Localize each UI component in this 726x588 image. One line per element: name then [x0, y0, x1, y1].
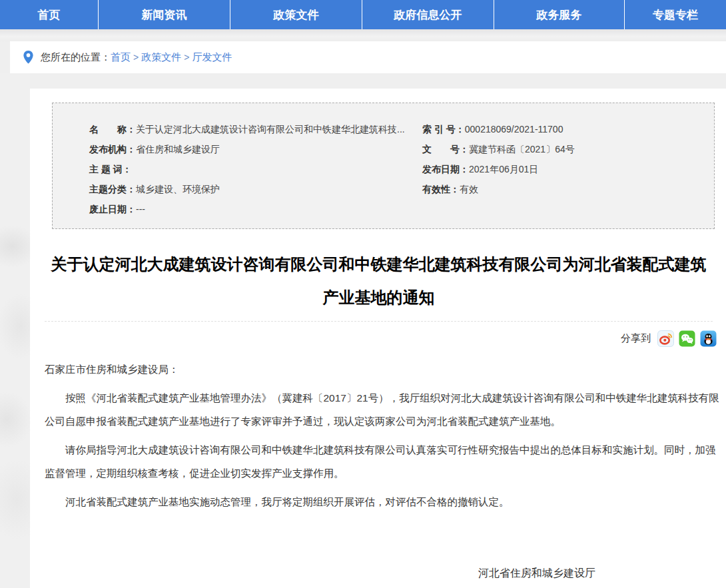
meta-row-publish-date: 发布日期：2021年06月01日	[422, 159, 714, 179]
wechat-icon[interactable]	[679, 330, 695, 347]
breadcrumb-separator: >	[133, 52, 139, 63]
breadcrumb-link-home[interactable]: 首页	[111, 51, 131, 64]
qq-icon[interactable]	[700, 330, 717, 347]
meta-row-keywords: 主 题 词：	[89, 159, 422, 179]
paragraph-2: 请你局指导河北大成建筑设计咨询有限公司和中铁建华北建筑科技有限公司认真落实可行性…	[45, 438, 722, 485]
salutation: 石家庄市住房和城乡建设局：	[45, 358, 722, 381]
document-card: 名 称：关于认定河北大成建筑设计咨询有限公司和中铁建华北建筑科技... 发布机构…	[30, 89, 726, 588]
paragraph-3: 河北省装配式建筑产业基地实施动态管理，我厅将定期组织开展评估，对评估不合格的撤销…	[45, 490, 722, 513]
meta-row-issuer: 发布机构：省住房和城乡建设厅	[89, 139, 422, 159]
meta-value: 省住房和城乡建设厅	[136, 144, 220, 154]
meta-column-left: 名 称：关于认定河北大成建筑设计咨询有限公司和中铁建华北建筑科技... 发布机构…	[53, 119, 422, 219]
share-bar: 分享到	[30, 330, 717, 347]
meta-column-right: 索 引 号：000218069/2021-11700 文 号：冀建节科函〔202…	[422, 119, 714, 219]
background-watermark	[0, 73, 30, 588]
meta-label: 索 引 号：	[422, 124, 465, 135]
signature-agency: 河北省住房和城乡建设厅	[478, 567, 595, 580]
page-title: 关于认定河北大成建筑设计咨询有限公司和中铁建华北建筑科技有限公司为河北省装配式建…	[45, 248, 713, 322]
nav-item-news[interactable]: 新闻资讯	[99, 0, 230, 29]
share-label: 分享到	[621, 332, 651, 345]
nav-item-gov-info[interactable]: 政府信息公开	[362, 0, 494, 29]
meta-label: 发布日期：	[422, 164, 469, 174]
nav-bottom-strip	[0, 29, 726, 41]
document-meta-box: 名 称：关于认定河北大成建筑设计咨询有限公司和中铁建华北建筑科技... 发布机构…	[52, 103, 715, 229]
meta-row-category: 主题分类：城乡建设、环境保护	[89, 179, 422, 199]
meta-value: 有效	[460, 184, 478, 194]
meta-label: 主 题 词：	[89, 164, 132, 174]
meta-value: 关于认定河北大成建筑设计咨询有限公司和中铁建华北建筑科技...	[136, 124, 405, 135]
meta-value: 冀建节科函〔2021〕64号	[469, 144, 575, 154]
breadcrumb-label: 您所在的位置：	[41, 51, 111, 64]
document-body: 石家庄市住房和城乡建设局： 按照《河北省装配式建筑产业基地管理办法》（冀建科〔2…	[45, 358, 722, 588]
meta-label: 文 号：	[422, 144, 469, 154]
breadcrumb-link-dept-docs[interactable]: 厅发文件	[192, 51, 232, 64]
breadcrumb: 您所在的位置： 首页 > 政策文件 > 厅发文件	[10, 41, 726, 73]
meta-value: 城乡建设、环境保护	[136, 184, 220, 194]
meta-label: 废止日期：	[89, 204, 136, 214]
nav-item-policy[interactable]: 政策文件	[230, 0, 362, 29]
breadcrumb-link-policy[interactable]: 政策文件	[141, 51, 181, 64]
weibo-icon[interactable]	[657, 330, 674, 347]
meta-value: 2021年06月01日	[469, 164, 538, 174]
top-nav: 首页 新闻资讯 政策文件 政府信息公开 政务服务 专题专栏	[0, 0, 726, 29]
meta-label: 名 称：	[89, 124, 136, 135]
meta-row-doc-number: 文 号：冀建节科函〔2021〕64号	[422, 139, 714, 159]
meta-value: 000218069/2021-11700	[465, 124, 563, 135]
meta-row-validity: 有效性：有效	[422, 179, 714, 199]
location-pin-icon	[23, 50, 34, 65]
meta-label: 发布机构：	[89, 144, 136, 154]
paragraph-1: 按照《河北省装配式建筑产业基地管理办法》（冀建科〔2017〕21号），我厅组织对…	[45, 386, 722, 433]
meta-label: 主题分类：	[89, 184, 136, 194]
nav-item-home[interactable]: 首页	[0, 0, 99, 29]
meta-value: ---	[136, 204, 145, 214]
meta-row-name: 名 称：关于认定河北大成建筑设计咨询有限公司和中铁建华北建筑科技...	[89, 119, 422, 139]
breadcrumb-separator: >	[184, 52, 189, 63]
signature-block: 河北省住房和城乡建设厅 2021年6月1日	[478, 567, 595, 588]
nav-item-special[interactable]: 专题专栏	[625, 0, 726, 29]
nav-item-services[interactable]: 政务服务	[494, 0, 625, 29]
meta-row-index-number: 索 引 号：000218069/2021-11700	[422, 119, 714, 139]
meta-row-repeal-date: 废止日期：---	[89, 199, 422, 219]
meta-label: 有效性：	[422, 184, 460, 194]
